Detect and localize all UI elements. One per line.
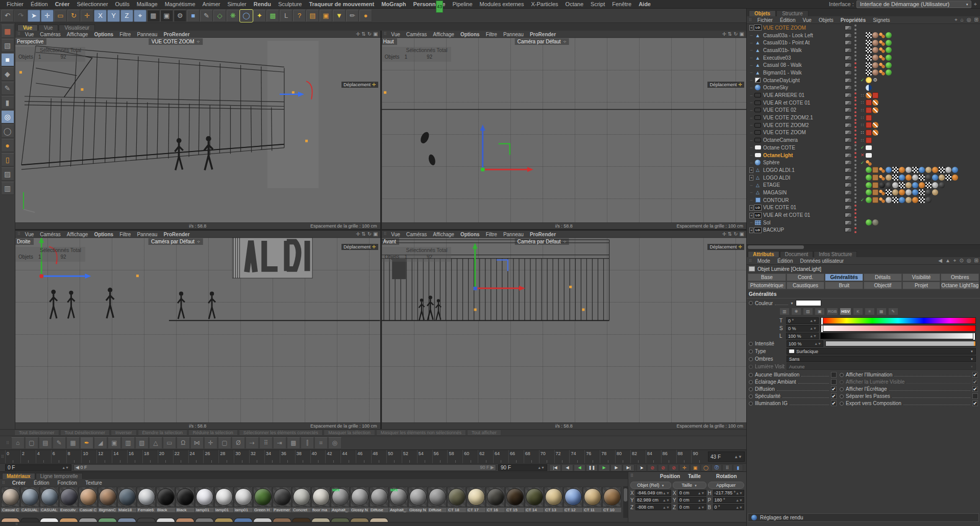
layer-chip[interactable] [845, 40, 852, 45]
checkbox[interactable] [972, 386, 978, 392]
viewport-menu-item[interactable]: Panneau [134, 232, 160, 237]
object-tag-icon[interactable] [939, 182, 945, 188]
checkbox[interactable] [972, 379, 978, 385]
object-name[interactable]: CONTOUR [763, 197, 844, 203]
object-row[interactable]: Bigman01 - Walk [747, 69, 980, 77]
visibility-dots[interactable] [854, 197, 857, 203]
attribute-menu-item[interactable]: Mode [754, 258, 774, 264]
expand-icon[interactable] [749, 85, 754, 90]
object-manager-scrollbar[interactable] [747, 244, 980, 249]
attribute-section-tab[interactable]: Octane LightTag [941, 282, 979, 289]
viewport-menu-item[interactable]: Panneau [500, 32, 527, 37]
modeling-tool-icon[interactable]: ▩ [287, 437, 300, 449]
layer-chip[interactable] [845, 48, 852, 53]
modeling-tool-icon[interactable]: △ [149, 437, 162, 449]
modeling-tool-icon[interactable]: ✒ [80, 437, 93, 449]
grip-icon[interactable]: ⠿ [749, 259, 752, 263]
view-nav-icon[interactable]: ✛ [356, 31, 360, 37]
layer-chip[interactable] [845, 123, 852, 128]
object-tag-icon[interactable] [886, 174, 892, 181]
selection-command[interactable]: Tout afficher [467, 430, 501, 436]
radio-icon[interactable] [840, 402, 844, 406]
expand-icon[interactable] [749, 183, 754, 188]
object-tag-icon[interactable] [879, 62, 885, 68]
object-tag-icon[interactable] [925, 197, 932, 203]
object-tag-icon[interactable] [945, 174, 951, 181]
hsv-value-field[interactable]: 100 %▲▼ [786, 333, 819, 339]
viewport-tab[interactable]: Visualiseur [59, 24, 95, 31]
material-item-partial[interactable] [350, 518, 369, 522]
object-tag-icon[interactable] [919, 182, 925, 188]
selection-command[interactable]: Tout Sélectionner [14, 430, 59, 436]
material-item-partial[interactable] [195, 518, 214, 522]
hsv-gradient-slider[interactable] [820, 333, 976, 339]
expand-icon[interactable] [749, 33, 754, 38]
material-item[interactable]: Casual C [79, 487, 97, 517]
material-item[interactable]: Glossy N [408, 487, 427, 517]
palette-icon[interactable]: ▦ [1, 24, 14, 38]
material-thumbnail[interactable] [156, 487, 175, 507]
object-tag-icon[interactable] [866, 189, 872, 195]
view-nav-icon[interactable]: ⇅ [728, 231, 732, 237]
radio-icon[interactable] [840, 373, 844, 377]
enable-mark[interactable] [859, 78, 866, 83]
radio-icon[interactable] [749, 301, 753, 305]
menu-item[interactable]: Créer [52, 1, 74, 7]
toolbar-icon[interactable]: ◇ [213, 10, 226, 22]
expand-icon[interactable] [749, 100, 754, 105]
menu-item[interactable]: Outils [112, 1, 133, 7]
attribute-manager-icon[interactable]: ⌖ [952, 258, 958, 264]
object-tag-icon[interactable] [879, 182, 885, 188]
object-tag-icon[interactable] [939, 174, 945, 181]
layer-chip[interactable] [845, 26, 852, 30]
radio-icon[interactable] [749, 387, 753, 391]
layer-chip[interactable] [845, 115, 852, 120]
visibility-dots[interactable] [854, 189, 857, 195]
viewport-menu-item[interactable]: Options [457, 232, 483, 237]
object-tag-icon[interactable] [899, 182, 905, 188]
enable-mark[interactable] [859, 100, 866, 105]
viewport-menu-item[interactable]: Caméras [403, 32, 430, 37]
object-row[interactable]: VUE ARRIERE 01 [747, 91, 980, 99]
material-thumbnail[interactable] [544, 487, 563, 507]
material-thumbnail[interactable] [292, 487, 311, 507]
viewport-menu-item[interactable]: Panneau [500, 232, 527, 237]
selection-command[interactable]: Étendre la sélection [138, 430, 187, 436]
modeling-tool-icon[interactable]: ▥ [121, 437, 135, 449]
layer-chip[interactable] [845, 108, 852, 112]
selection-command[interactable]: Sélectionner les éléments connectés [239, 430, 323, 436]
object-tag-icon[interactable] [866, 153, 872, 158]
palette-icon[interactable]: ◆ [1, 67, 14, 81]
color-mode-icon[interactable]: HSV [840, 308, 851, 315]
modeling-tool-icon[interactable]: Ø [232, 437, 245, 449]
modeling-tool-icon[interactable]: ✛ [204, 437, 217, 449]
selection-command[interactable]: Masquer les éléments non sélectionnés [376, 430, 466, 436]
layer-chip[interactable] [845, 130, 852, 135]
object-row[interactable]: OctaneSky [747, 84, 980, 92]
object-tag-icon[interactable] [866, 107, 872, 113]
expand-icon[interactable] [749, 138, 754, 143]
expand-icon[interactable] [749, 40, 754, 45]
material-item[interactable]: Concret [292, 487, 311, 517]
material-item[interactable]: CT 17 [467, 487, 485, 517]
modeling-tool-icon[interactable]: ▢ [25, 437, 38, 449]
viewport-tab[interactable]: Vue [38, 24, 58, 31]
view-nav-icon[interactable]: ⇅ [361, 31, 365, 37]
object-tag-icon[interactable] [905, 182, 912, 188]
timeline-ruler[interactable]: ⠿ 02468101214161820222426283032343638404… [0, 449, 746, 463]
object-manager-icon[interactable]: ◎ [965, 17, 973, 23]
expand-icon[interactable] [749, 63, 754, 68]
material-thumbnail[interactable] [195, 487, 214, 507]
toolbar-icon[interactable]: ? [293, 10, 306, 22]
keyframe-toggle-icon[interactable]: ⊘ [647, 464, 657, 471]
material-item[interactable]: CT 16 [486, 487, 505, 517]
object-name[interactable]: ETAGE [763, 182, 844, 188]
object-tag-icon[interactable] [879, 55, 885, 61]
toolbar-icon[interactable]: ⚙ [174, 10, 186, 22]
menu-item[interactable]: X-Particles [527, 1, 561, 7]
material-thumbnail[interactable] [428, 487, 447, 507]
modeling-tool-icon[interactable]: ◢ [94, 437, 107, 449]
layer-chip[interactable] [845, 160, 852, 165]
position-field[interactable]: Z -808 cm▲▼ [630, 504, 671, 510]
modeling-tool-icon[interactable]: ⇢ [246, 437, 259, 449]
